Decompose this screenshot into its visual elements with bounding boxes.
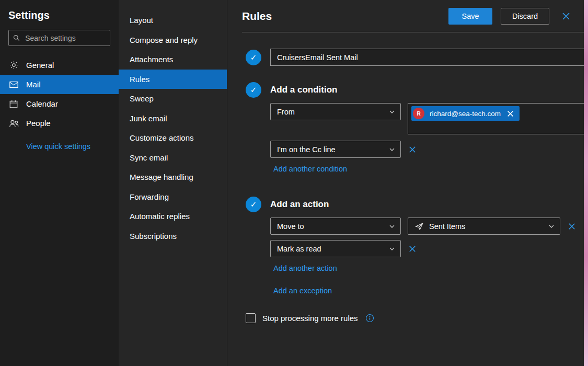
action-1-dropdown[interactable]: Move to xyxy=(270,218,401,235)
info-icon[interactable] xyxy=(365,314,374,323)
view-quick-settings-link[interactable]: View quick settings xyxy=(26,142,119,151)
category-subscriptions[interactable]: Subscriptions xyxy=(119,226,227,246)
action-heading: Add an action xyxy=(270,199,329,210)
sidebar-item-general[interactable]: General xyxy=(0,55,119,75)
category-sync-email[interactable]: Sync email xyxy=(119,148,227,168)
sidebar-item-people[interactable]: People xyxy=(0,113,119,133)
rule-name-row: ✓ xyxy=(246,49,584,66)
category-automatic-replies[interactable]: Automatic replies xyxy=(119,207,227,226)
category-forwarding[interactable]: Forwarding xyxy=(119,187,227,207)
background-strip xyxy=(584,0,588,366)
category-junk-email[interactable]: Junk email xyxy=(119,109,227,129)
sidebar-item-label: Calendar xyxy=(26,99,58,108)
chevron-down-icon xyxy=(389,109,395,115)
save-button[interactable]: Save xyxy=(448,8,492,25)
sidebar-item-mail[interactable]: Mail xyxy=(0,75,119,94)
settings-sidebar: Settings General Mail Cal xyxy=(0,0,119,366)
category-attachments[interactable]: Attachments xyxy=(119,50,227,70)
search-settings-input[interactable] xyxy=(24,33,106,43)
action-2-dropdown[interactable]: Mark as read xyxy=(270,240,401,257)
add-an-exception-link[interactable]: Add an exception xyxy=(273,287,332,295)
mail-icon xyxy=(8,81,19,88)
avatar: R xyxy=(413,108,424,119)
discard-button[interactable]: Discard xyxy=(501,8,549,25)
gear-icon xyxy=(8,61,19,70)
calendar-icon xyxy=(8,100,19,108)
remove-recipient-icon[interactable] xyxy=(506,109,515,118)
stop-processing-row: Stop processing more rules xyxy=(246,313,584,323)
settings-window: Settings General Mail Cal xyxy=(0,0,588,366)
sidebar-item-calendar[interactable]: Calendar xyxy=(0,94,119,113)
category-customize-actions[interactable]: Customize actions xyxy=(119,128,227,148)
stop-processing-checkbox[interactable] xyxy=(246,313,256,323)
condition-2-row: I'm on the Cc line xyxy=(270,141,584,158)
condition-2-dropdown[interactable]: I'm on the Cc line xyxy=(270,141,401,158)
rule-editor: ✓ ✓ Add a condition From R richard@sea-t… xyxy=(227,32,584,323)
action-1-row: Move to Sent Items xyxy=(270,218,584,235)
condition-1-row: From R richard@sea-tech.com xyxy=(270,103,584,134)
close-icon[interactable] xyxy=(560,10,572,22)
folder-dropdown[interactable]: Sent Items xyxy=(408,218,560,235)
step-check-icon: ✓ xyxy=(246,82,261,98)
remove-action-icon[interactable] xyxy=(408,244,417,254)
stop-processing-label: Stop processing more rules xyxy=(262,314,358,323)
mail-settings-categories: Layout Compose and reply Attachments Rul… xyxy=(119,0,227,366)
chevron-down-icon xyxy=(548,223,555,230)
chevron-down-icon xyxy=(389,246,395,252)
condition-heading: Add a condition xyxy=(270,85,337,95)
sidebar-item-label: Mail xyxy=(26,80,41,89)
step-check-icon: ✓ xyxy=(246,50,261,65)
search-settings-box[interactable] xyxy=(8,30,110,46)
remove-condition-icon[interactable] xyxy=(408,145,417,154)
category-rules[interactable]: Rules xyxy=(119,70,227,89)
add-another-action-link[interactable]: Add another action xyxy=(273,264,337,272)
category-message-handling[interactable]: Message handling xyxy=(119,167,227,187)
rules-panel-header: Rules Save Discard xyxy=(242,0,584,32)
action-section-head: ✓ Add an action xyxy=(246,197,584,212)
action-2-row: Mark as read xyxy=(270,240,584,257)
sidebar-item-label: People xyxy=(26,119,51,128)
step-check-icon: ✓ xyxy=(246,197,261,212)
send-icon xyxy=(414,222,424,231)
rule-name-input[interactable] xyxy=(270,49,584,66)
category-sweep[interactable]: Sweep xyxy=(119,89,227,109)
search-icon xyxy=(13,34,20,42)
condition-1-value-field[interactable]: R richard@sea-tech.com xyxy=(408,103,584,134)
people-icon xyxy=(8,119,19,128)
remove-action-icon[interactable] xyxy=(567,222,577,231)
chevron-down-icon xyxy=(389,223,395,230)
panel-title: Rules xyxy=(242,10,448,22)
category-layout[interactable]: Layout xyxy=(119,10,227,30)
rules-panel: Rules Save Discard ✓ ✓ Add a condition F… xyxy=(227,0,584,366)
condition-1-dropdown[interactable]: From xyxy=(270,103,401,120)
sidebar-item-label: General xyxy=(26,61,54,70)
add-another-condition-link[interactable]: Add another condition xyxy=(273,165,347,173)
sidebar-nav: General Mail Calendar People xyxy=(0,55,119,133)
recipient-email: richard@sea-tech.com xyxy=(430,110,501,118)
chevron-down-icon xyxy=(389,146,395,153)
condition-section-head: ✓ Add a condition xyxy=(246,82,584,98)
recipient-chip: R richard@sea-tech.com xyxy=(411,106,520,121)
settings-title: Settings xyxy=(8,9,119,21)
category-compose-and-reply[interactable]: Compose and reply xyxy=(119,30,227,50)
